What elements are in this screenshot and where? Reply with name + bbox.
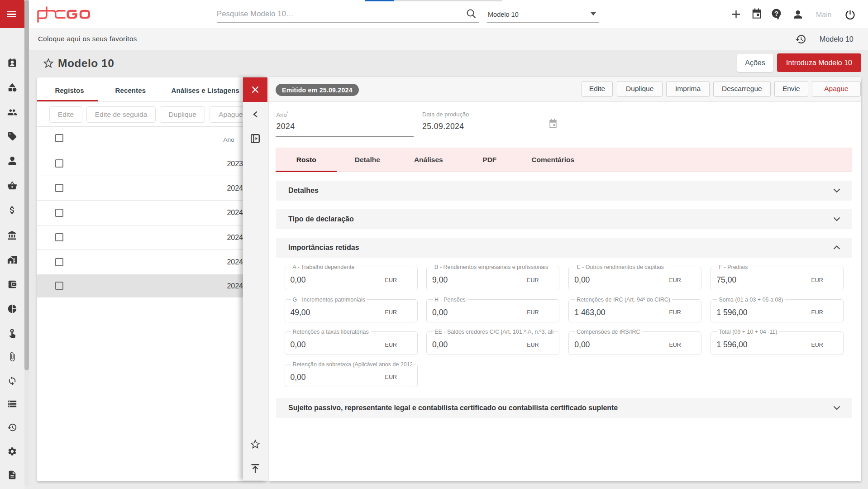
- svg-text:?: ?: [774, 10, 778, 17]
